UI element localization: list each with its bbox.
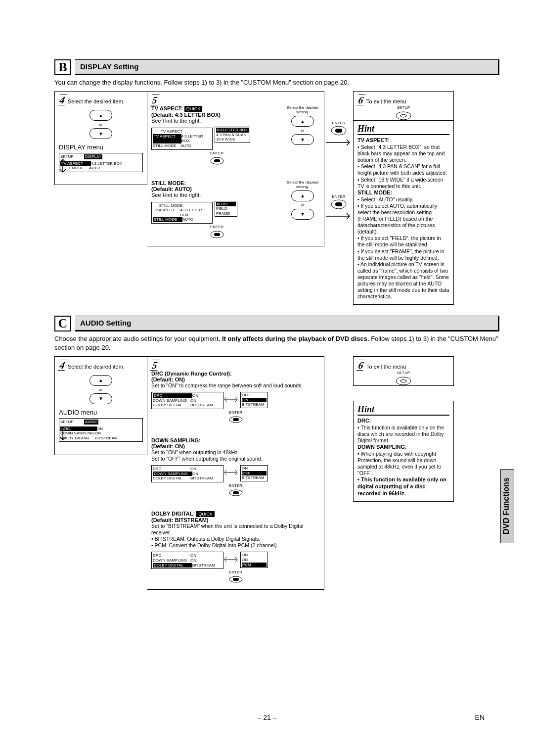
- page-number: – 21 –: [0, 713, 534, 721]
- drc-default: (Default: ON): [151, 377, 185, 382]
- svg-rect-12: [233, 491, 239, 494]
- section-letter-c: C: [54, 316, 71, 331]
- tv-aspect-hintref: See Hint to the right.: [151, 118, 282, 124]
- display-menu-title: DISPLAY menu: [59, 143, 143, 151]
- hint-still-head: STILL MODE:: [357, 189, 392, 195]
- select-setting-text: Select the desired setting.: [285, 105, 320, 114]
- drc-desc: Set to "ON" to compress the range betwee…: [151, 382, 320, 389]
- svg-rect-10: [233, 418, 239, 421]
- section-title-audio: AUDIO Setting: [75, 316, 499, 331]
- step6-caption: To exit the menu: [366, 98, 406, 104]
- section-b-intro: You can change the display functions. Fo…: [54, 78, 499, 87]
- up-button[interactable]: ▲: [89, 375, 112, 386]
- down-button[interactable]: ▼: [89, 128, 112, 139]
- lang-badge: EN: [475, 713, 485, 721]
- hint-tv-aspect-head: TV ASPECT:: [357, 137, 389, 143]
- section-title-display: DISPLAY Setting: [75, 59, 499, 75]
- still-mode-hintref: See Hint to the right.: [151, 192, 282, 198]
- up-button[interactable]: ▲: [291, 190, 314, 201]
- still-mode-default: (Default: AUTO): [151, 186, 192, 192]
- svg-point-15: [396, 377, 411, 385]
- down-default: (Default: ON): [151, 443, 185, 449]
- svg-rect-14: [233, 578, 239, 581]
- down-label: DOWN SAMPLING:: [151, 437, 201, 443]
- hint-down-head: DOWN SAMPLING:: [357, 444, 407, 450]
- hint-title-c: Hint: [357, 404, 449, 416]
- audio-menu-box: SETUPAUDIO DRCON DOWN SAMPLINGON DOLBY D…: [59, 418, 143, 442]
- enter-label: ENTER: [151, 151, 282, 155]
- side-tab-dvd-functions: DVD Functions: [500, 469, 514, 543]
- dolby-label: DOLBY DIGITAL:: [151, 511, 195, 517]
- display-menu-box: SETUPDISPLAY TV ASPECT4:3 LETTER BOX STI…: [59, 153, 143, 172]
- svg-rect-3: [214, 233, 220, 236]
- step4-caption: Select the desired item.: [68, 98, 125, 104]
- up-button[interactable]: ▲: [291, 116, 314, 127]
- tv-aspect-default: (Default: 4:3 LETTER BOX): [151, 112, 221, 118]
- down-button[interactable]: ▼: [291, 209, 314, 220]
- section-c-intro: Choose the appropriate audio settings fo…: [54, 334, 499, 352]
- hint-title: Hint: [357, 124, 449, 135]
- or-label: or: [99, 122, 102, 127]
- quick-tag: QUICK: [184, 106, 203, 112]
- svg-point-8: [396, 112, 411, 120]
- dolby-default: (Default: BITSTREAM): [151, 517, 209, 523]
- up-button[interactable]: ▲: [89, 110, 112, 121]
- still-mode-label: STILL MODE:: [151, 180, 186, 186]
- tv-aspect-label: TV ASPECT:: [151, 105, 183, 111]
- drc-label: DRC (Dynamic Range Control):: [151, 371, 232, 377]
- section-letter-b: B: [54, 59, 71, 75]
- audio-menu-title: AUDIO menu: [59, 409, 143, 416]
- down-button[interactable]: ▼: [291, 134, 314, 145]
- svg-rect-7: [335, 202, 342, 206]
- down-button[interactable]: ▼: [89, 393, 112, 404]
- svg-rect-5: [335, 129, 342, 133]
- svg-rect-1: [214, 159, 220, 162]
- hint-drc-head: DRC:: [357, 418, 371, 424]
